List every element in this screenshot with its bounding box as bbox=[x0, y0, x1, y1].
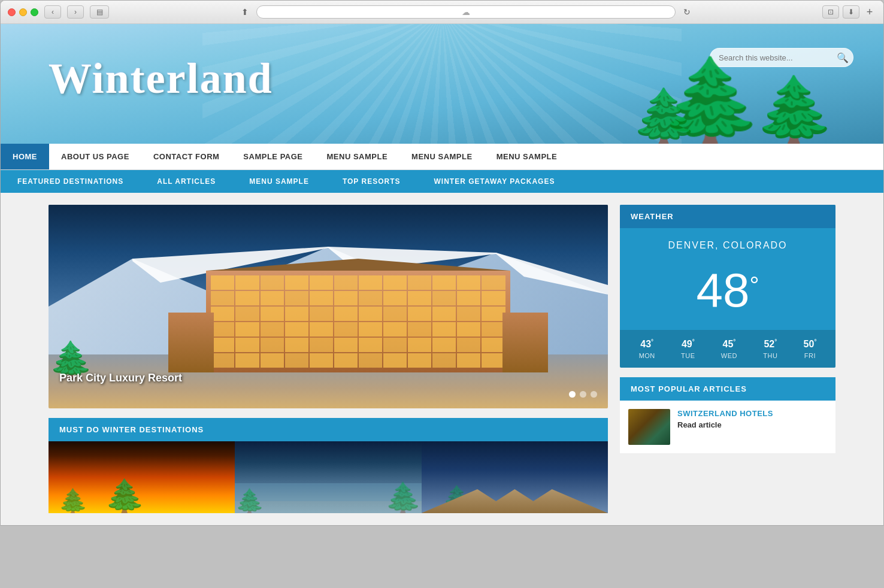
fullscreen-button[interactable]: ⊡ bbox=[822, 5, 839, 19]
share-button[interactable]: ⬆ bbox=[238, 5, 252, 19]
nav-home[interactable]: HOME bbox=[1, 144, 49, 169]
dest-card-2[interactable]: 🌲 🌲 bbox=[235, 441, 421, 513]
content-grid: 🌲 Park City Luxury Resort MUST DO WINTER… bbox=[49, 205, 835, 513]
nav-about[interactable]: ABOUT US PAGE bbox=[49, 144, 141, 169]
back-icon: ‹ bbox=[52, 8, 54, 16]
right-column: WEATHER DENVER, COLORADO 48° 43° MON 49° bbox=[620, 205, 835, 513]
slide-dot-3[interactable] bbox=[591, 391, 597, 398]
forecast-tue: 49° TUE bbox=[681, 338, 695, 359]
forecast-thu-label: THU bbox=[763, 352, 777, 359]
article-info-1: SWITZERLAND HOTELS Read article bbox=[677, 409, 827, 445]
forward-icon: › bbox=[74, 8, 77, 16]
snow-tree-right3: 🌲 bbox=[631, 90, 698, 144]
dest-card-1-tree: 🌲 bbox=[104, 480, 146, 513]
popular-articles-header: MOST POPULAR ARTICLES bbox=[620, 377, 835, 401]
forecast-wed-temp: 45° bbox=[721, 338, 737, 350]
header-rays bbox=[202, 24, 682, 144]
nav-top-resorts[interactable]: TOP RESORTS bbox=[326, 170, 417, 193]
dest-card-3[interactable]: 🌲 bbox=[422, 441, 608, 513]
nav-all-articles[interactable]: ALL ARTICLES bbox=[140, 170, 232, 193]
forecast-mon-temp: 43° bbox=[639, 338, 655, 350]
forecast-wed-label: WED bbox=[721, 352, 737, 359]
article-title-1: SWITZERLAND HOTELS bbox=[677, 409, 827, 418]
close-button[interactable] bbox=[8, 8, 16, 16]
slide-dots bbox=[569, 391, 597, 398]
dest-card-2-tree2: 🌲 bbox=[385, 483, 422, 513]
nav-menu3[interactable]: MENU SAMPLE bbox=[485, 144, 570, 169]
sidebar-button[interactable]: ▤ bbox=[90, 5, 109, 19]
minimize-button[interactable] bbox=[19, 8, 27, 16]
add-tab-button[interactable]: + bbox=[863, 5, 876, 19]
browser-window: ‹ › ▤ ⬆ ☁ ↻ ⊡ ⬇ + bbox=[0, 0, 884, 526]
left-column: 🌲 Park City Luxury Resort MUST DO WINTER… bbox=[49, 205, 608, 513]
forecast-thu: 52° THU bbox=[763, 338, 777, 359]
nav-featured-destinations[interactable]: FEATURED DESTINATIONS bbox=[1, 170, 140, 193]
article-read-link-1[interactable]: Read article bbox=[677, 420, 827, 429]
nav-winter-packages[interactable]: WINTER GETAWAY PACKAGES bbox=[417, 170, 571, 193]
must-do-header: MUST DO WINTER DESTINATIONS bbox=[49, 418, 608, 441]
forecast-mon-label: MON bbox=[639, 352, 655, 359]
main-content: 🌲 Park City Luxury Resort MUST DO WINTER… bbox=[1, 193, 883, 525]
weather-widget: WEATHER DENVER, COLORADO 48° 43° MON 49° bbox=[620, 205, 835, 368]
nav-menu-sample[interactable]: MENU SAMPLE bbox=[232, 170, 326, 193]
forecast-mon: 43° MON bbox=[639, 338, 655, 359]
share-icon: ⬆ bbox=[241, 7, 249, 17]
forecast-tue-temp: 49° bbox=[681, 338, 695, 350]
weather-city: DENVER, COLORADO bbox=[620, 228, 835, 257]
browser-actions: ⊡ ⬇ + bbox=[822, 5, 876, 19]
url-bar-container: ⬆ ☁ ↻ bbox=[115, 5, 816, 19]
temp-value: 48 bbox=[697, 263, 750, 318]
article-thumb-image-1 bbox=[628, 409, 670, 445]
forecast-tue-label: TUE bbox=[681, 352, 695, 359]
weather-temperature: 48° bbox=[620, 257, 835, 330]
download-icon: ⬇ bbox=[848, 8, 854, 16]
reload-icon: ↻ bbox=[683, 7, 691, 17]
forecast-thu-temp: 52° bbox=[763, 338, 777, 350]
resort-building bbox=[168, 253, 548, 372]
secondary-navigation: FEATURED DESTINATIONS ALL ARTICLES MENU … bbox=[1, 170, 883, 193]
sidebar-icon: ▤ bbox=[96, 8, 103, 16]
forecast-fri-label: FRI bbox=[804, 352, 817, 359]
search-button[interactable]: 🔍 bbox=[837, 52, 849, 63]
forecast-wed: 45° WED bbox=[721, 338, 737, 359]
browser-titlebar: ‹ › ▤ ⬆ ☁ ↻ ⊡ ⬇ + bbox=[1, 1, 883, 24]
weather-header: WEATHER bbox=[620, 205, 835, 228]
slide-caption: Park City Luxury Resort bbox=[59, 372, 182, 384]
primary-navigation: HOME ABOUT US PAGE CONTACT FORM SAMPLE P… bbox=[1, 144, 883, 170]
snow-tree-right2: 🌲 bbox=[753, 78, 835, 144]
forecast-fri-temp: 50° bbox=[804, 338, 817, 350]
download-button[interactable]: ⬇ bbox=[843, 5, 859, 19]
nav-sample[interactable]: SAMPLE PAGE bbox=[231, 144, 314, 169]
dest-card-1-tree2: 🌲 bbox=[58, 489, 88, 513]
traffic-lights bbox=[8, 8, 38, 16]
back-button[interactable]: ‹ bbox=[44, 5, 61, 19]
slide-image: 🌲 Park City Luxury Resort bbox=[49, 205, 608, 408]
forecast-fri: 50° FRI bbox=[804, 338, 817, 359]
article-thumb-1 bbox=[628, 409, 670, 445]
article-item-1[interactable]: SWITZERLAND HOTELS Read article bbox=[620, 401, 835, 454]
slide-dot-1[interactable] bbox=[569, 391, 576, 398]
site-logo: Winterland bbox=[49, 54, 273, 104]
reload-button[interactable]: ↻ bbox=[680, 5, 694, 19]
slide-dot-2[interactable] bbox=[580, 391, 586, 398]
nav-menu2[interactable]: MENU SAMPLE bbox=[399, 144, 485, 169]
destinations-grid: 🌲 🌲 🌲 🌲 🌲 bbox=[49, 441, 608, 513]
nav-menu1[interactable]: MENU SAMPLE bbox=[315, 144, 400, 169]
fullscreen-icon: ⊡ bbox=[828, 8, 834, 16]
nav-contact[interactable]: CONTACT FORM bbox=[141, 144, 231, 169]
dest-card-1[interactable]: 🌲 🌲 bbox=[49, 441, 235, 513]
dest-card-2-tree: 🌲 bbox=[235, 489, 265, 513]
url-cloud-icon: ☁ bbox=[462, 7, 470, 17]
url-bar[interactable]: ☁ bbox=[256, 5, 676, 19]
site-header: Winterland 🔍 🌲 🌲 🌲 bbox=[1, 24, 883, 144]
website: Winterland 🔍 🌲 🌲 🌲 HOME ABOUT US PAGE CO… bbox=[1, 24, 883, 525]
search-icon: 🔍 bbox=[837, 53, 849, 63]
weather-forecast: 43° MON 49° TUE 45° WED bbox=[620, 330, 835, 368]
add-tab-icon: + bbox=[867, 6, 873, 19]
degree-symbol: ° bbox=[749, 272, 759, 299]
slideshow: 🌲 Park City Luxury Resort bbox=[49, 205, 608, 408]
maximize-button[interactable] bbox=[31, 8, 38, 16]
forward-button[interactable]: › bbox=[67, 5, 84, 19]
